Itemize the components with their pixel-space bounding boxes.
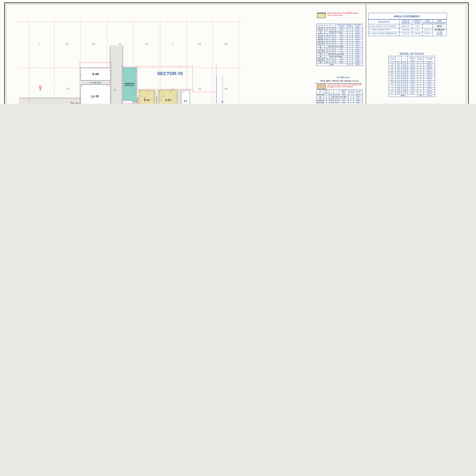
table-row: 116 to 120K6.5812.4281.725408.62 xyxy=(316,100,363,102)
freezed-plots-table: PLOT NOS.WDAREA OF PLOTS IN SQM.NO OF PL… xyxy=(316,24,363,66)
table-row: 116 to 1206.5812.4281.725408.62 xyxy=(316,50,363,52)
table-row: 114I8.55 x 11.97 - 3.0 x 1.83/2199.59 xyxy=(316,96,363,98)
table-row: 115K6.6012.4281.97181.97 xyxy=(316,98,363,100)
mortgaged-legend-swatch xyxy=(317,84,326,89)
table-row: J6.5812.4181.667571.60 xyxy=(389,87,435,90)
table-row: 95 to 986.0012.6876.084304.32 xyxy=(316,39,363,41)
page-scale-wrapper: 24 m wide road24 m wide road24 m wide ro… xyxy=(0,0,476,104)
area-statement-header: AREA STATEMENT : xyxy=(368,13,447,19)
table-row: 1366.2811.0069.08169.08 xyxy=(316,62,363,64)
block-h5: H-5 xyxy=(181,90,190,104)
map-label: 11 xyxy=(119,43,121,46)
map-label: SECTOR-70 xyxy=(157,71,183,76)
map-label: 19 xyxy=(224,88,227,91)
map-label: 20 xyxy=(224,43,227,46)
table-row: K6.5812.4281.726490.34 xyxy=(389,90,435,92)
table-header-row: DESCRIPTIONAREA IN SQ.METERAREA IN ACRES… xyxy=(368,20,446,24)
block-label: E-14 xyxy=(144,99,149,102)
freezed-legend-line2: Total Saleable Area.) xyxy=(327,14,343,16)
map-label: 22 xyxy=(198,88,201,91)
table-header-row: TYPE OF PLOTSWDAREA OF PLOTS IN SQM.NO O… xyxy=(389,56,435,61)
table-row: 1148.55 x 11.97 - 3.0 x 1.83/2199.59 xyxy=(316,45,363,47)
area-statement-title: AREA STATEMENT : xyxy=(394,14,422,18)
table-row: E6.5016.97110.31283088.54 xyxy=(389,73,435,75)
road: 9 m wide road xyxy=(81,80,110,85)
map-label: 1 xyxy=(38,43,40,46)
grid-line xyxy=(18,22,242,22)
boundary-line xyxy=(192,92,216,92)
table-row: TOTAL.13613819.05 xyxy=(389,94,435,97)
table-row: 128 to 1356.1211.0067.328538.56 xyxy=(316,60,363,62)
map-label: 22 xyxy=(66,88,69,91)
boundary-line xyxy=(315,83,362,84)
detail-of-plots-table: TYPE OF PLOTSWDAREA OF PLOTS IN SQM.NO O… xyxy=(389,56,435,97)
table-row: H6.1014.7089.675448.35 xyxy=(389,83,435,85)
table-row: F6.0012.6876.0810760.80 xyxy=(389,75,435,78)
table-row: 1156.6012.4281.97181.97 xyxy=(316,47,363,50)
table-header-row: PLOT NOS.WDAREA OF PLOTS IN SQM.NO OF PL… xyxy=(316,24,363,27)
map-label: 21 xyxy=(66,43,69,46)
table-row: 100 to 1046.0012.6876.085380.40 xyxy=(316,41,363,43)
road: 9 m wide road xyxy=(154,90,159,104)
table-row: B6.4220.64132.51121590.11 xyxy=(389,64,435,66)
table-row: D7.4017.29127.955639.73 xyxy=(389,69,435,71)
area-statement-table: DESCRIPTIONAREA IN SQ.METERAREA IN ACRES… xyxy=(368,19,447,36)
map-label: 1 xyxy=(172,43,173,46)
table-row: A6.1515.8397.35272628.57 xyxy=(389,61,435,64)
mortgaged-legend-line2: Mortgaged in Favour of DTCP Haryana. xyxy=(327,86,353,88)
block-d5: D-5 xyxy=(122,100,133,104)
freezed-acres-note: (1.7453 Acs.) xyxy=(337,76,350,78)
table-row: 126 to 1276.5812.4181.662163.32 xyxy=(316,58,363,60)
map-label: 20 xyxy=(92,43,95,46)
table-row: L6.1211.0067.329605.88 xyxy=(389,92,435,94)
map-label: 10 xyxy=(145,43,148,46)
road xyxy=(177,90,182,104)
boundary-line xyxy=(222,76,223,104)
table-row: A - AREA UNDER PLOTS13819.053.41445.22 %… xyxy=(368,28,446,32)
mortgaged-legend-line1: 15.32 % Area (13819.05 sqm. of Total Sal… xyxy=(327,84,361,86)
table-row: 89 to 946.7514.1095.186571.05 xyxy=(316,37,363,39)
table-row: C6.8020.65140.42101404.20 xyxy=(389,66,435,69)
boundary-line xyxy=(217,76,217,104)
block-label: E-14 xyxy=(166,99,170,102)
grid-line xyxy=(54,20,54,104)
drawing-sheet: 24 m wide road24 m wide road24 m wide ro… xyxy=(0,0,476,104)
table-row: TOTAL AREA OF THE SCHEME30553.7177.55—65… xyxy=(368,24,446,28)
table-row: TOTAL.727063.20 xyxy=(316,64,363,66)
grid-line xyxy=(212,20,213,104)
table-header-row: PLOT NO.TYPE OF PLOTSWDAREA OF PLOTS IN … xyxy=(316,90,363,94)
table-row: G16.7014.0093.80193.80 xyxy=(389,80,435,83)
road-label: 9 m wide road xyxy=(90,82,101,83)
grid-line xyxy=(29,20,29,104)
block-a18: A-18 xyxy=(81,84,111,104)
table-row: G6.7514.1095.186571.05 xyxy=(389,78,435,80)
boundary-line xyxy=(216,64,216,104)
boundary-line xyxy=(133,89,192,89)
freezed-legend-line1: Area Freezed 51.11 % (13819.05 sqm of xyxy=(327,12,359,14)
table-row: 12512.41 X 6.43 + 13.88/21126.02 xyxy=(316,56,363,58)
map-label: 2 KARAM REVENUE RASTA xyxy=(221,100,224,104)
block-label: COMMERCIAL 1221.96 sqm. xyxy=(124,83,135,87)
mortgaged-legend-text: 15.32 % Area (13819.05 sqm. of Total Sal… xyxy=(327,84,364,88)
block-label: H-5 xyxy=(184,100,187,102)
table-row: I5.5511.9766.435332.17 xyxy=(389,85,435,87)
table-row: 35 to 396.4220.64132.515662.54 xyxy=(316,27,363,29)
table-row: D16.8717.29118.785593.91 xyxy=(389,71,435,73)
table-row: 110 to 113I5.5511.9766.434265.73 xyxy=(316,94,363,96)
table-row: 12410.16 x 12.41 - 2.86 x 4.57/21119.55 xyxy=(316,54,363,55)
block-label: A-18 xyxy=(92,94,99,98)
block-e14-left: E-14 xyxy=(139,90,154,104)
freezed-legend-text: Area Freezed 51.11 % (13819.05 sqm ofTot… xyxy=(327,12,365,17)
road-label: 9 m wide road xyxy=(156,96,157,103)
table-row: 121 to 123J6.5812.4181.663244.97 xyxy=(316,102,363,104)
table-row: 40 to 476.8020.65140.4281123.36 xyxy=(316,29,363,31)
boundary-line xyxy=(366,4,366,104)
grid-line xyxy=(239,20,239,104)
block-a09: A-09 xyxy=(81,68,111,80)
table-row: 121 to 1236.5812.4181.663244.97 xyxy=(316,52,363,54)
table-row: 6014.00 x 6.70 + 13.19 /21139.23 xyxy=(316,31,363,33)
block-label: A-09 xyxy=(92,73,99,76)
map-label: 21 xyxy=(198,43,201,46)
table-row: 110 to 1135.5511.9766.434265.73 xyxy=(316,43,363,45)
freezed-legend-swatch xyxy=(317,13,326,18)
